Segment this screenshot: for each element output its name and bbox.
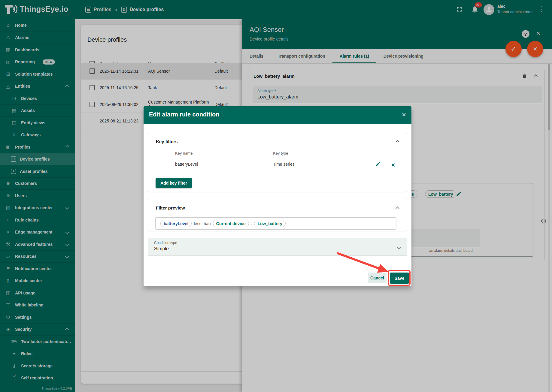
remove-key-filter-icon[interactable]: × — [390, 161, 396, 168]
condition-type-label: Condition type — [154, 241, 177, 245]
collapse-filter-preview-icon[interactable] — [396, 207, 399, 210]
value-chip: Low_battery — [254, 220, 285, 227]
divider — [162, 158, 404, 158]
filter-preview-card: Filter preview batteryLevel less than Cu… — [148, 198, 407, 231]
condition-type-value: Simple — [154, 246, 169, 252]
filter-preview-expression: batteryLevel less than Current device . … — [155, 217, 396, 230]
collapse-key-filters-icon[interactable] — [396, 140, 399, 144]
key-name-column-header: Key name — [175, 151, 193, 155]
entity-chip: Current device — [213, 220, 249, 227]
key-filters-card: Key filters Key name Key type batteryLev… — [148, 133, 407, 192]
key-chip: batteryLevel — [160, 220, 192, 227]
dialog-header: Edit alarm rule condition × — [144, 106, 411, 124]
dialog-title: Edit alarm rule condition — [149, 111, 219, 118]
separator-text: . — [251, 221, 252, 226]
add-key-filter-button[interactable]: Add key filter — [156, 178, 192, 188]
edit-key-filter-icon[interactable] — [375, 161, 382, 168]
filter-preview-title: Filter preview — [156, 205, 185, 210]
key-filter-name: batteryLevel — [175, 162, 198, 167]
app-screen: Device profiles Created time ↓ Name Prof… — [0, 0, 552, 392]
divider — [175, 173, 404, 173]
key-filter-type: Time series — [273, 162, 295, 167]
dropdown-caret-icon — [397, 245, 401, 249]
operator-text: less than — [194, 221, 211, 226]
annotation-arrow — [330, 247, 393, 277]
key-type-column-header: Key type — [273, 151, 288, 155]
key-filters-title: Key filters — [156, 139, 178, 144]
dialog-close-icon[interactable]: × — [402, 110, 406, 119]
